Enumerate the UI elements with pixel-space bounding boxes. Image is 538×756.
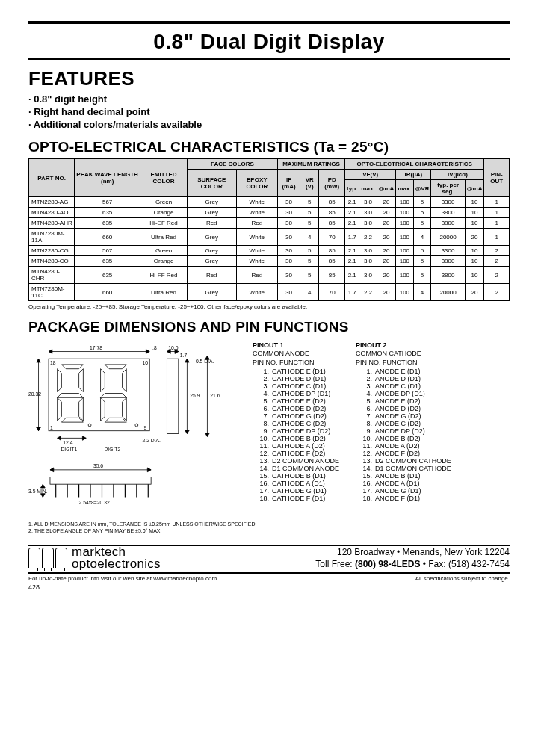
th-iv-ma: @mA <box>465 180 484 197</box>
brand-block: marktech optoelectronics <box>28 546 161 570</box>
pinout1-sub: COMMON ANODE <box>253 350 339 357</box>
table-row: MTN4280-CO635OrangeGreyWhite305852.13.02… <box>29 256 510 267</box>
dim-width-tol: .8 <box>152 345 157 350</box>
pin-row: 9.CATHODE DP (D2) <box>253 427 339 435</box>
th-iv-typ: typ. per seg. <box>431 180 465 197</box>
th-epoxy: EPOXY COLOR <box>236 170 277 197</box>
features-list: 0.8" digit heightRight hand decimal poin… <box>28 93 510 130</box>
pin-row: 14.D1 COMMON ANODE <box>253 465 339 472</box>
pin-row: 5.CATHODE E (D2) <box>253 397 339 405</box>
dim-pin-h: 3.5 MIN. <box>28 489 48 494</box>
dim-top-t: 1.7 <box>180 353 188 358</box>
dim-p1: 1 <box>50 425 53 430</box>
page-number: 428 <box>28 583 510 591</box>
pinout2-hdr: PIN NO. FUNCTION <box>356 359 451 366</box>
top-rule <box>28 21 510 24</box>
note-1: 1. ALL DIMENSIONS ARE IN mm, TOLERANCE I… <box>28 521 510 527</box>
pin-row: 12.ANODE F (D2) <box>356 450 451 457</box>
table-row: MTN4280-AHR635Hi-EF RedRedRed305852.13.0… <box>29 218 510 229</box>
address-line2: Toll Free: (800) 98-4LEDS • Fax: (518) 4… <box>315 558 510 570</box>
pin-row: 4.CATHODE DP (D1) <box>253 390 339 397</box>
address-line1: 120 Broadway • Menands, New York 12204 <box>315 546 510 558</box>
th-ir-max: max. <box>396 180 413 197</box>
brand-led-icons <box>28 548 67 568</box>
pinout2-title: PINOUT 2 <box>356 341 451 349</box>
package-diagram: 17.78 .8 20.32 12.4 DIGIT1 DIGIT2 2.2 DI… <box>28 341 245 510</box>
th-peak: PEAK WAVE LENGTH (nm) <box>75 159 140 197</box>
feature-item: Additional colors/materials available <box>28 119 510 130</box>
svg-rect-11 <box>50 477 151 485</box>
opto-heading: OPTO-ELECTRICAL CHARACTERISTICS (Ta = 25… <box>28 139 510 155</box>
th-ir-vr: @VR <box>413 180 431 197</box>
pin-row: 1.CATHODE E (D1) <box>253 368 339 375</box>
pin-row: 16.ANODE A (D1) <box>356 480 451 487</box>
pin-row: 13.D2 COMMON ANODE <box>253 457 339 465</box>
dim-side-w: 10.0 <box>168 345 178 350</box>
svg-point-1 <box>88 424 91 427</box>
pin-row: 12.CATHODE F (D2) <box>253 450 339 457</box>
pin-row: 2.ANODE D (D1) <box>356 375 451 382</box>
pin-row: 8.ANODE C (D2) <box>356 420 451 427</box>
dim-side-full: 21.6 <box>210 393 220 398</box>
pin-row: 15.CATHODE B (D1) <box>253 472 339 480</box>
dim-digit-w: 12.4 <box>63 440 72 445</box>
dim-p9: 9 <box>143 425 146 430</box>
dim-d1: DIGIT1 <box>61 447 77 452</box>
th-vf-max: max. <box>359 180 377 197</box>
dimension-notes: 1. ALL DIMENSIONS ARE IN mm, TOLERANCE I… <box>28 521 510 534</box>
pinout1-title: PINOUT 1 <box>253 341 339 349</box>
th-part: PART NO. <box>29 159 75 197</box>
pin-row: 7.CATHODE G (D2) <box>253 412 339 420</box>
footer-spec: All specifications subject to change. <box>415 575 510 582</box>
page-title: 0.8" Dual Digit Display <box>28 30 510 54</box>
th-vf: VF(V) <box>345 170 396 180</box>
opto-table: PART NO. PEAK WAVE LENGTH (nm) EMITTED C… <box>28 158 510 301</box>
pinout-2: PINOUT 2 COMMON CATHODE PIN NO. FUNCTION… <box>356 341 451 502</box>
pin-row: 10.CATHODE B (D2) <box>253 435 339 442</box>
pin-row: 14.D1 COMMON CATHODE <box>356 465 451 472</box>
table-row: MTN2280-CG567GreenGreyWhite305852.13.020… <box>29 246 510 256</box>
pin-row: 5.ANODE E (D2) <box>356 397 451 405</box>
th-max: MAXIMUM RATINGS <box>278 159 345 170</box>
pin-row: 18.CATHODE F (D1) <box>253 495 339 502</box>
pin-row: 15.ANODE B (D1) <box>356 472 451 480</box>
led-icon <box>28 548 40 568</box>
th-iv: IV(µcd) <box>431 170 484 180</box>
table-row: MTN7280M-11A660Ultra RedGreyWhite304701.… <box>29 229 510 246</box>
title-underline <box>28 58 510 60</box>
features-heading: FEATURES <box>28 67 510 90</box>
table-row: MTN7280M-11C660Ultra RedGreyWhite304701.… <box>29 284 510 301</box>
pin-row: 8.CATHODE C (D2) <box>253 420 339 427</box>
th-color: EMITTED COLOR <box>140 159 188 197</box>
pinout1-hdr: PIN NO. FUNCTION <box>253 359 339 366</box>
dim-p10: 10 <box>143 360 149 365</box>
pin-row: 16.CATHODE A (D1) <box>253 480 339 487</box>
th-face: FACE COLORS <box>187 159 277 170</box>
brand-line2: optoelectronics <box>72 558 161 570</box>
pin-row: 2.CATHODE D (D1) <box>253 375 339 382</box>
th-pinout: PIN-OUT <box>484 159 510 197</box>
th-ir: IR(µA) <box>396 170 431 180</box>
svg-point-2 <box>135 424 138 427</box>
th-pd: PD (mW) <box>319 170 345 197</box>
pin-row: 18.ANODE F (D1) <box>356 495 451 502</box>
dim-d2: DIGIT2 <box>104 447 120 452</box>
pin-row: 13.D2 COMMON CATHODE <box>356 457 451 465</box>
table-row: MTN4280-CHR635Hi-FF RedRedRed305852.13.0… <box>29 267 510 284</box>
pin-row: 6.ANODE D (D2) <box>356 405 451 412</box>
note-2: 2. THE SLOPE ANGLE OF ANY PIN MAY BE ±5.… <box>28 527 510 534</box>
pin-row: 3.ANODE C (D1) <box>356 382 451 390</box>
pinout2-sub: COMMON CATHODE <box>356 350 451 357</box>
th-vf-ma: @mA <box>377 180 396 197</box>
dim-side-h: 25.9 <box>190 393 200 398</box>
pin-row: 17.ANODE G (D1) <box>356 487 451 495</box>
pin-row: 1.ANODE E (D1) <box>356 368 451 375</box>
pin-row: 10.ANODE B (D2) <box>356 435 451 442</box>
dim-pitch: 2.54x8=20.32 <box>79 500 110 505</box>
pin-row: 4.ANODE DP (D1) <box>356 390 451 397</box>
pin-row: 3.CATHODE C (D1) <box>253 382 339 390</box>
th-if: IF (mA) <box>278 170 300 197</box>
dim-p18: 18 <box>50 360 56 365</box>
pin-row: 6.CATHODE D (D2) <box>253 405 339 412</box>
pin-row: 17.CATHODE G (D1) <box>253 487 339 495</box>
